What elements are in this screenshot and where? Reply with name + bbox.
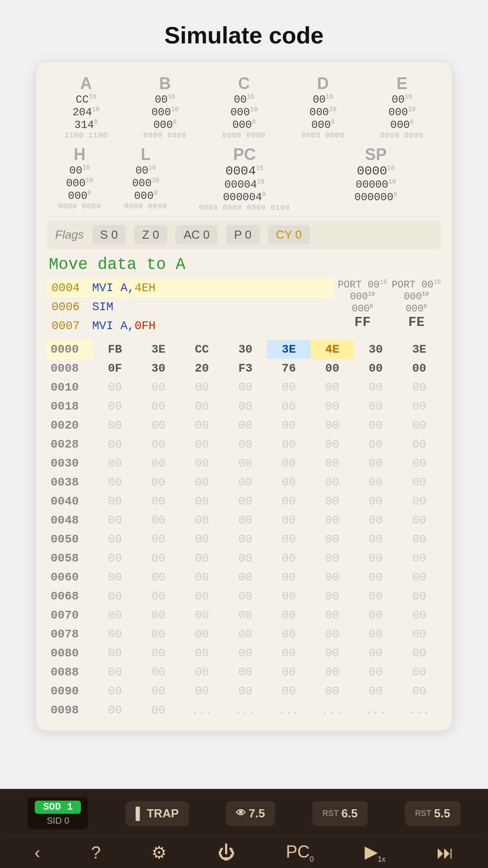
mem-cell-0010-1[interactable]: 00 (136, 378, 180, 397)
mem-cell-0028-6[interactable]: 00 (354, 435, 398, 454)
mem-cell-0070-3[interactable]: 00 (224, 606, 267, 625)
mem-cell-0048-7[interactable]: 00 (398, 511, 441, 530)
mem-cell-0078-7[interactable]: 00 (398, 625, 441, 644)
mem-cell-0090-4[interactable]: 00 (267, 682, 310, 701)
flag-CY[interactable]: CY 0 (268, 225, 310, 245)
mem-cell-0018-5[interactable]: 00 (310, 397, 354, 416)
mem-cell-0080-0[interactable]: 00 (93, 644, 136, 663)
nav-skip-button[interactable]: ⏭ (436, 843, 454, 863)
mem-cell-0088-7[interactable]: 00 (398, 663, 441, 682)
nav-debug-button[interactable]: ⚙ (151, 843, 167, 863)
mem-cell-0050-6[interactable]: 00 (354, 530, 398, 549)
mem-cell-0018-2[interactable]: 00 (180, 397, 224, 416)
mem-cell-0090-0[interactable]: 00 (93, 682, 136, 701)
nav-back-button[interactable]: ‹ (34, 843, 40, 863)
mem-cell-0070-7[interactable]: 00 (398, 606, 441, 625)
mem-cell-0018-4[interactable]: 00 (267, 397, 310, 416)
mem-cell-0048-0[interactable]: 00 (93, 511, 136, 530)
watch75-button[interactable]: 👁 7.5 (226, 801, 275, 826)
mem-cell-0048-3[interactable]: 00 (224, 511, 267, 530)
mem-cell-0050-4[interactable]: 00 (267, 530, 310, 549)
mem-cell-0050-1[interactable]: 00 (136, 530, 180, 549)
mem-cell-0028-0[interactable]: 00 (93, 435, 136, 454)
mem-cell-0000-6[interactable]: 30 (354, 340, 398, 359)
mem-cell-0050-7[interactable]: 00 (398, 530, 441, 549)
mem-cell-0010-6[interactable]: 00 (354, 378, 398, 397)
mem-cell-0098-6[interactable]: ... (354, 701, 398, 720)
mem-cell-0088-6[interactable]: 00 (354, 663, 398, 682)
mem-cell-0090-1[interactable]: 00 (136, 682, 180, 701)
mem-cell-0040-4[interactable]: 00 (267, 492, 310, 511)
mem-cell-0088-0[interactable]: 00 (93, 663, 136, 682)
mem-cell-0020-5[interactable]: 00 (310, 416, 354, 435)
mem-cell-0038-7[interactable]: 00 (398, 473, 441, 492)
mem-cell-0030-5[interactable]: 00 (310, 454, 354, 473)
mem-cell-0098-1[interactable]: 00 (136, 701, 180, 720)
mem-cell-0078-3[interactable]: 00 (224, 625, 267, 644)
mem-cell-0028-3[interactable]: 00 (224, 435, 267, 454)
mem-cell-0058-2[interactable]: 00 (180, 549, 224, 568)
mem-cell-0090-5[interactable]: 00 (310, 682, 354, 701)
mem-cell-0088-3[interactable]: 00 (224, 663, 267, 682)
rst55-button[interactable]: RST 5.5 (405, 801, 460, 826)
mem-cell-0068-1[interactable]: 00 (136, 587, 180, 606)
mem-cell-0060-3[interactable]: 00 (224, 568, 267, 587)
mem-cell-0068-7[interactable]: 00 (398, 587, 441, 606)
mem-cell-0058-3[interactable]: 00 (224, 549, 267, 568)
mem-cell-0008-2[interactable]: 20 (180, 359, 224, 378)
mem-cell-0030-0[interactable]: 00 (93, 454, 136, 473)
mem-cell-0030-6[interactable]: 00 (354, 454, 398, 473)
mem-cell-0090-3[interactable]: 00 (224, 682, 267, 701)
mem-cell-0028-7[interactable]: 00 (398, 435, 441, 454)
mem-cell-0078-5[interactable]: 00 (310, 625, 354, 644)
mem-cell-0068-5[interactable]: 00 (310, 587, 354, 606)
mem-cell-0008-3[interactable]: F3 (224, 359, 267, 378)
mem-cell-0098-3[interactable]: ... (224, 701, 267, 720)
mem-cell-0060-7[interactable]: 00 (398, 568, 441, 587)
mem-cell-0000-2[interactable]: CC (180, 340, 224, 359)
mem-cell-0060-1[interactable]: 00 (136, 568, 180, 587)
mem-cell-0038-0[interactable]: 00 (93, 473, 136, 492)
nav-pc-button[interactable]: PC0 (286, 842, 314, 863)
mem-cell-0098-5[interactable]: ... (310, 701, 354, 720)
mem-cell-0080-4[interactable]: 00 (267, 644, 310, 663)
mem-cell-0010-7[interactable]: 00 (398, 378, 441, 397)
mem-cell-0058-5[interactable]: 00 (310, 549, 354, 568)
mem-cell-0048-4[interactable]: 00 (267, 511, 310, 530)
mem-cell-0018-3[interactable]: 00 (224, 397, 267, 416)
mem-cell-0088-2[interactable]: 00 (180, 663, 224, 682)
mem-cell-0030-1[interactable]: 00 (136, 454, 180, 473)
mem-cell-0058-6[interactable]: 00 (354, 549, 398, 568)
mem-cell-0078-6[interactable]: 00 (354, 625, 398, 644)
mem-cell-0030-7[interactable]: 00 (398, 454, 441, 473)
mem-cell-0010-5[interactable]: 00 (310, 378, 354, 397)
mem-cell-0020-4[interactable]: 00 (267, 416, 310, 435)
mem-cell-0058-4[interactable]: 00 (267, 549, 310, 568)
mem-cell-0050-0[interactable]: 00 (93, 530, 136, 549)
mem-cell-0060-6[interactable]: 00 (354, 568, 398, 587)
mem-cell-0040-7[interactable]: 00 (398, 492, 441, 511)
flag-AC[interactable]: AC 0 (175, 225, 218, 245)
mem-cell-0040-3[interactable]: 00 (224, 492, 267, 511)
mem-cell-0038-3[interactable]: 00 (224, 473, 267, 492)
mem-cell-0010-2[interactable]: 00 (180, 378, 224, 397)
mem-cell-0028-5[interactable]: 00 (310, 435, 354, 454)
mem-cell-0050-3[interactable]: 00 (224, 530, 267, 549)
mem-cell-0000-0[interactable]: FB (93, 340, 136, 359)
mem-cell-0070-1[interactable]: 00 (136, 606, 180, 625)
mem-cell-0020-2[interactable]: 00 (180, 416, 224, 435)
mem-cell-0070-6[interactable]: 00 (354, 606, 398, 625)
nav-help-button[interactable]: ? (91, 843, 101, 863)
flag-S[interactable]: S 0 (92, 225, 126, 245)
mem-cell-0040-2[interactable]: 00 (180, 492, 224, 511)
mem-cell-0028-1[interactable]: 00 (136, 435, 180, 454)
mem-cell-0080-7[interactable]: 00 (398, 644, 441, 663)
flag-P[interactable]: P 0 (226, 225, 260, 245)
mem-cell-0090-7[interactable]: 00 (398, 682, 441, 701)
flag-Z[interactable]: Z 0 (134, 225, 168, 245)
mem-cell-0080-6[interactable]: 00 (354, 644, 398, 663)
mem-cell-0048-1[interactable]: 00 (136, 511, 180, 530)
mem-cell-0030-4[interactable]: 00 (267, 454, 310, 473)
mem-cell-0008-0[interactable]: 0F (93, 359, 136, 378)
nav-play-button[interactable]: ▶1x (365, 842, 385, 863)
